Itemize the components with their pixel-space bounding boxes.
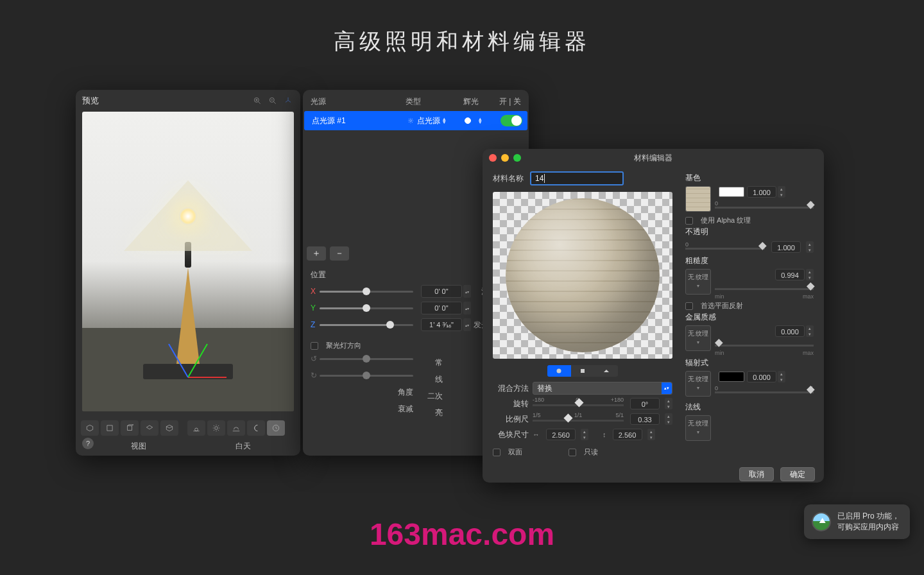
spot-direction-label: 聚光灯方向 — [326, 341, 361, 350]
pos-z-value[interactable]: 1' 4 ³⁄₁₆" — [421, 318, 462, 331]
view-top-icon[interactable] — [141, 420, 158, 436]
light-glow-radio[interactable]: ▴▾ — [465, 117, 501, 124]
rotate-slider[interactable]: -1800+180 — [533, 397, 624, 411]
position-z-slider[interactable] — [320, 320, 413, 330]
preview-mode-sphere-icon[interactable] — [547, 365, 571, 377]
time-sunrise-icon[interactable] — [187, 420, 205, 436]
time-day-icon[interactable] — [207, 420, 225, 436]
normal-texture-swatch[interactable]: 无 纹理 — [685, 415, 711, 441]
light-row[interactable]: 点光源 #1 点光源 ▴▾ ▴▾ — [304, 111, 527, 130]
base-texture-swatch[interactable] — [685, 186, 711, 212]
falloff-constant-label: 常 — [417, 357, 443, 368]
pos-x-value[interactable]: 0' 0" — [421, 285, 462, 298]
metallic-group: 金属质感 无 纹理 0.000 ▴▾ min max — [685, 312, 814, 351]
emissive-value[interactable]: 0.000 — [747, 371, 776, 382]
watermark-text: 163mac.com — [370, 517, 554, 552]
base-color-title: 基色 — [685, 173, 814, 184]
double-sided-checkbox[interactable] — [493, 449, 501, 456]
pos-y-value[interactable]: 0' 0" — [421, 302, 462, 314]
roughness-texture-swatch[interactable]: 无 纹理 — [685, 269, 711, 295]
preview-mode-cube-icon[interactable] — [571, 365, 595, 377]
light-type-select[interactable]: 点光源 ▴▾ — [407, 116, 465, 126]
view-front-icon[interactable] — [101, 420, 119, 436]
spot-direction-checkbox[interactable] — [311, 342, 318, 350]
minimize-window-icon[interactable] — [501, 154, 509, 162]
preview-mode-plane-icon[interactable] — [594, 365, 618, 377]
angle-label: 角度 — [311, 387, 413, 398]
base-slider[interactable]: 0 1 — [715, 200, 814, 213]
add-light-button[interactable]: ＋ — [307, 246, 326, 261]
zoom-in-icon[interactable] — [252, 95, 263, 107]
emissive-color-chip[interactable] — [719, 372, 744, 382]
lights-table-header: 光源 类型 辉光 开 | 关 — [303, 90, 529, 111]
gizmo-icon[interactable] — [282, 95, 294, 107]
lamp-bulb — [179, 207, 197, 225]
spot-vert-slider — [320, 370, 413, 381]
emissive-texture-swatch[interactable]: 无 纹理 — [685, 371, 711, 397]
view-side-icon[interactable] — [121, 420, 139, 436]
readonly-checkbox[interactable] — [569, 449, 576, 456]
close-window-icon[interactable] — [489, 154, 497, 162]
material-cancel-button[interactable]: 取消 — [739, 467, 774, 481]
emissive-slider[interactable]: 0 1 — [715, 385, 814, 398]
metallic-stepper[interactable]: ▴▾ — [806, 325, 814, 337]
scale-slider[interactable]: 1/51/15/1 — [533, 412, 624, 426]
planar-refl-label: 首选平面反射 — [701, 301, 743, 311]
tile-h-stepper[interactable]: ▴▾ — [647, 429, 655, 440]
opacity-stepper[interactable]: ▴▾ — [806, 241, 814, 253]
svg-point-4 — [215, 427, 218, 430]
atten-label: 衰减 — [311, 404, 413, 415]
roughness-stepper[interactable]: ▴▾ — [806, 269, 814, 280]
metallic-slider[interactable]: min max — [715, 338, 814, 351]
material-ok-button[interactable]: 确定 — [780, 467, 815, 481]
time-clock-icon[interactable] — [267, 420, 285, 436]
view-perspective-icon[interactable] — [81, 420, 99, 436]
rotate-value[interactable]: 0° — [630, 398, 660, 409]
remove-light-button[interactable]: － — [330, 246, 349, 261]
emissive-stepper[interactable]: ▴▾ — [778, 371, 785, 382]
blend-select[interactable]: 替换▴▾ — [533, 382, 672, 395]
base-color-chip[interactable] — [719, 187, 744, 197]
roughness-value[interactable]: 0.994 — [775, 269, 805, 280]
planar-refl-checkbox[interactable] — [685, 302, 693, 310]
roughness-slider[interactable]: min max — [715, 282, 814, 295]
pro-badge[interactable]: 已启用 Pro 功能， 可购买应用内内容 — [804, 504, 910, 539]
zoom-out-icon[interactable] — [267, 95, 278, 107]
position-x-slider[interactable] — [320, 286, 413, 296]
light-enable-toggle[interactable] — [501, 115, 522, 126]
svg-rect-8 — [581, 369, 585, 373]
opacity-value[interactable]: 1.000 — [771, 241, 801, 253]
position-y-slider[interactable] — [320, 303, 413, 313]
base-value[interactable]: 1.000 — [747, 186, 776, 198]
preview-viewport[interactable] — [82, 112, 294, 411]
tile-w-stepper[interactable]: ▴▾ — [581, 429, 588, 440]
metallic-texture-swatch[interactable]: 无 纹理 — [685, 325, 711, 351]
zoom-window-icon[interactable] — [513, 154, 521, 162]
tile-w-value[interactable]: 2.560 — [546, 429, 576, 440]
rotate-stepper[interactable]: ▴▾ — [665, 398, 672, 409]
opacity-group: 不透明 0 1 1.000 ▴▾ — [685, 227, 814, 254]
preview-toolbar — [76, 416, 300, 440]
tile-h-value[interactable]: 2.560 — [613, 429, 642, 440]
pos-x-stepper[interactable]: ▴▾ — [463, 285, 471, 298]
position-label: 位置 — [311, 270, 413, 280]
time-night-icon[interactable] — [247, 420, 265, 436]
rotate-label: 旋转 — [493, 399, 529, 409]
help-button[interactable]: ? — [82, 438, 94, 449]
base-color-group: 基色 1.000 ▴▾ 0 1 — [685, 173, 814, 225]
scale-stepper[interactable]: ▴▾ — [665, 413, 672, 425]
preview-mode-segmented[interactable] — [547, 365, 618, 377]
pos-z-stepper[interactable]: ▴▾ — [463, 318, 471, 331]
time-sunset-icon[interactable] — [227, 420, 245, 436]
view-iso-icon[interactable] — [160, 420, 178, 436]
base-stepper[interactable]: ▴▾ — [778, 186, 785, 198]
alpha-texture-checkbox[interactable] — [685, 217, 693, 225]
tile-label: 色块尺寸 — [493, 429, 529, 440]
metallic-value[interactable]: 0.000 — [775, 325, 805, 337]
tile-w-icon: ↔ — [533, 431, 540, 438]
material-name-input[interactable]: 14 — [530, 171, 624, 185]
pos-y-stepper[interactable]: ▴▾ — [463, 302, 471, 314]
scale-value[interactable]: 0.33 — [630, 413, 660, 425]
col-glow: 辉光 — [463, 96, 499, 107]
opacity-slider[interactable]: 0 1 — [685, 241, 765, 254]
